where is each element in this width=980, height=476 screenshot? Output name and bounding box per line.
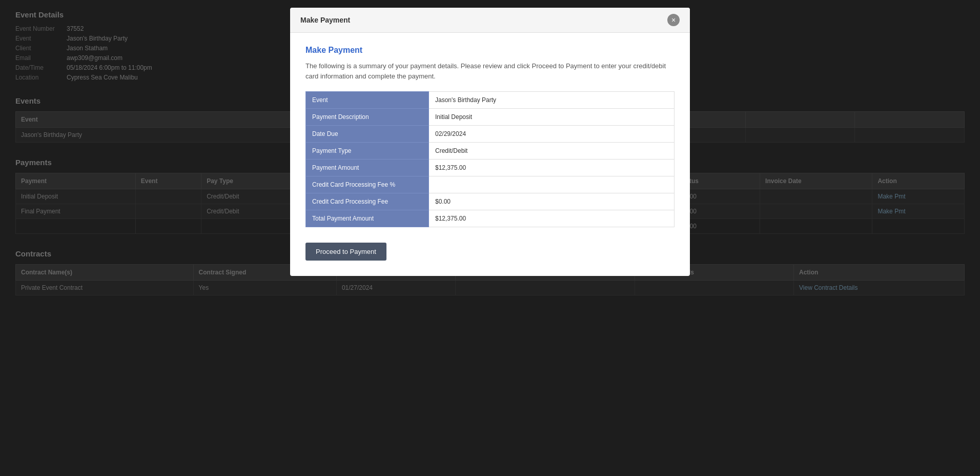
- modal-section-title: Make Payment: [305, 46, 675, 55]
- payment-details-table: Event Jason's Birthday Party Payment Des…: [305, 91, 675, 227]
- payment-detail-value: $12,375.00: [429, 160, 675, 176]
- payment-detail-label: Event: [306, 92, 429, 109]
- payment-detail-label: Payment Description: [306, 109, 429, 126]
- payment-detail-row: Payment Type Credit/Debit: [306, 143, 675, 160]
- payment-detail-label: Total Payment Amount: [306, 210, 429, 227]
- payment-detail-value: Credit/Debit: [429, 143, 675, 160]
- modal-description: The following is a summary of your payme…: [305, 61, 675, 81]
- payment-detail-label: Payment Type: [306, 143, 429, 160]
- payment-detail-value: $0.00: [429, 193, 675, 210]
- payment-detail-row: Date Due 02/29/2024: [306, 126, 675, 143]
- modal-header: Make Payment ×: [290, 8, 690, 33]
- payment-detail-label: Credit Card Processing Fee %: [306, 176, 429, 193]
- payment-detail-row: Total Payment Amount $12,375.00: [306, 210, 675, 227]
- payment-detail-row: Credit Card Processing Fee %: [306, 176, 675, 193]
- proceed-to-payment-button[interactable]: Proceed to Payment: [305, 243, 386, 261]
- payment-detail-label: Credit Card Processing Fee: [306, 193, 429, 210]
- make-payment-modal: Make Payment × Make Payment The followin…: [290, 8, 690, 276]
- payment-detail-value: $12,375.00: [429, 210, 675, 227]
- payment-detail-value: 02/29/2024: [429, 126, 675, 143]
- modal-close-button[interactable]: ×: [667, 14, 680, 26]
- payment-detail-row: Event Jason's Birthday Party: [306, 92, 675, 109]
- payment-detail-value: Initial Deposit: [429, 109, 675, 126]
- payment-detail-row: Credit Card Processing Fee $0.00: [306, 193, 675, 210]
- payment-detail-value: Jason's Birthday Party: [429, 92, 675, 109]
- modal-body: Make Payment The following is a summary …: [290, 33, 690, 276]
- modal-header-title: Make Payment: [300, 16, 350, 24]
- payment-detail-label: Date Due: [306, 126, 429, 143]
- payment-detail-value: [429, 176, 675, 193]
- payment-detail-row: Payment Amount $12,375.00: [306, 160, 675, 176]
- payment-detail-row: Payment Description Initial Deposit: [306, 109, 675, 126]
- payment-detail-label: Payment Amount: [306, 160, 429, 176]
- modal-overlay: Make Payment × Make Payment The followin…: [0, 0, 980, 476]
